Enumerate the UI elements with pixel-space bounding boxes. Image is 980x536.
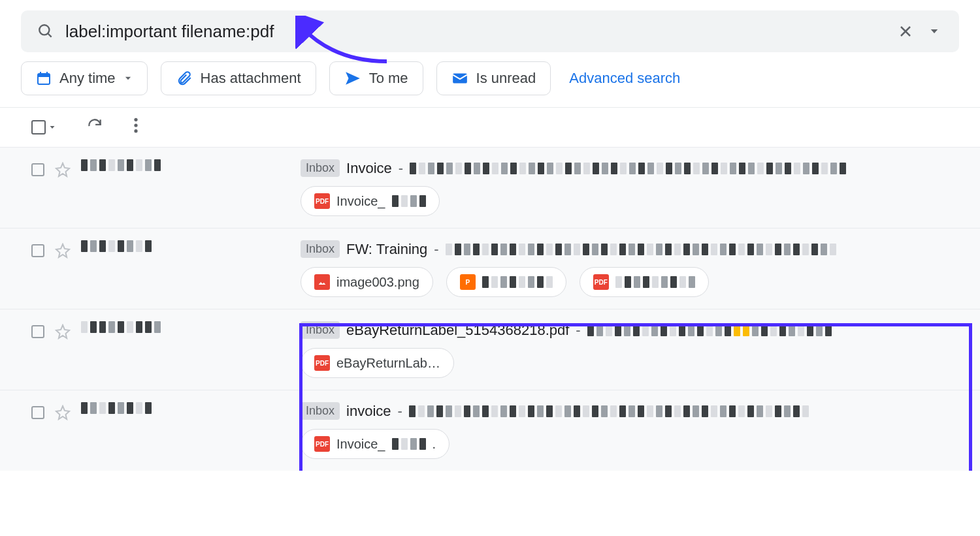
email-row[interactable]: Inbox FW: Training - image003.png P PDF (0, 228, 980, 309)
attachment-chip[interactable]: image003.png (301, 267, 433, 297)
email-row[interactable]: Inbox eBayReturnLabel_5154368218.pdf - P… (0, 309, 980, 390)
attachment-chip[interactable]: P (446, 267, 566, 297)
svg-point-0 (39, 25, 49, 35)
attachment-chip[interactable]: PDF Invoice_ . (301, 429, 449, 459)
search-options-dropdown-icon[interactable] (920, 17, 949, 46)
star-icon[interactable] (55, 324, 71, 339)
refresh-icon (86, 117, 103, 134)
pdf-icon: PDF (314, 193, 330, 209)
email-row[interactable]: Inbox Invoice - PDF Invoice_ (0, 147, 980, 228)
sender-name (81, 159, 290, 171)
send-icon (344, 70, 361, 87)
filter-chips-row: Any time Has attachment To me Is unread … (0, 59, 980, 108)
attachment-name: eBayReturnLab… (336, 356, 440, 371)
sender-name (81, 240, 290, 252)
email-snippet (409, 405, 809, 417)
email-snippet (446, 244, 836, 255)
filter-label: Has attachment (201, 70, 301, 87)
email-subject: eBayReturnLabel_5154368218.pdf (346, 322, 569, 339)
clear-search-icon[interactable] (891, 17, 920, 46)
attachment-name: Invoice_ (336, 194, 385, 209)
email-row[interactable]: Inbox invoice - PDF Invoice_ . (0, 390, 980, 471)
svg-rect-5 (38, 74, 50, 77)
label-badge: Inbox (301, 321, 340, 339)
email-snippet (587, 324, 832, 336)
email-subject: Invoice (346, 160, 392, 177)
attachment-name (482, 276, 553, 288)
label-badge: Inbox (301, 159, 340, 177)
search-input[interactable] (60, 22, 891, 42)
star-icon[interactable] (55, 405, 71, 420)
advanced-search-link[interactable]: Advanced search (564, 70, 685, 87)
refresh-button[interactable] (86, 117, 103, 138)
star-icon[interactable] (55, 162, 71, 178)
email-subject: FW: Training (346, 241, 427, 258)
row-checkbox[interactable] (31, 325, 44, 338)
pdf-icon: PDF (314, 355, 330, 371)
attachment-chip[interactable]: PDF Invoice_ (301, 186, 440, 216)
email-list: Inbox Invoice - PDF Invoice_ (0, 147, 980, 471)
email-snippet (410, 163, 846, 174)
svg-point-9 (134, 118, 137, 121)
filter-label: Is unread (476, 70, 536, 87)
star-icon[interactable] (55, 243, 71, 259)
attachment-chip[interactable]: PDF eBayReturnLab… (301, 348, 454, 378)
filter-any-time[interactable]: Any time (21, 61, 148, 95)
label-badge: Inbox (301, 240, 340, 258)
row-checkbox[interactable] (31, 163, 44, 176)
list-toolbar (0, 108, 980, 147)
more-vert-icon (133, 117, 139, 134)
filter-to-me[interactable]: To me (329, 61, 423, 95)
attachment-icon (176, 70, 193, 87)
attachment-chip[interactable]: PDF (580, 267, 709, 297)
svg-line-1 (48, 33, 51, 37)
row-checkbox[interactable] (31, 406, 44, 419)
attachment-name: Invoice_ (336, 437, 385, 452)
pdf-icon: PDF (314, 436, 330, 452)
email-subject: invoice (346, 403, 391, 420)
image-icon (314, 274, 330, 290)
sender-name (81, 402, 290, 414)
pdf-icon: PDF (593, 274, 609, 290)
calendar-icon (36, 71, 52, 86)
label-badge: Inbox (301, 402, 340, 420)
chevron-down-icon (123, 74, 133, 83)
more-button[interactable] (133, 117, 139, 138)
filter-has-attachment[interactable]: Has attachment (161, 61, 316, 95)
filter-is-unread[interactable]: Is unread (436, 61, 551, 95)
filter-label: To me (369, 70, 408, 87)
sender-name (81, 321, 290, 333)
select-all-checkbox[interactable] (31, 120, 56, 134)
attachment-name (615, 276, 695, 288)
search-icon[interactable] (31, 17, 60, 46)
mail-icon (451, 70, 468, 87)
slides-icon: P (460, 274, 476, 290)
attachment-name: image003.png (336, 275, 419, 290)
svg-point-11 (134, 129, 137, 133)
svg-point-10 (134, 123, 137, 127)
row-checkbox[interactable] (31, 244, 44, 257)
filter-label: Any time (59, 70, 116, 87)
search-bar (21, 10, 959, 52)
chevron-down-icon (48, 123, 56, 131)
